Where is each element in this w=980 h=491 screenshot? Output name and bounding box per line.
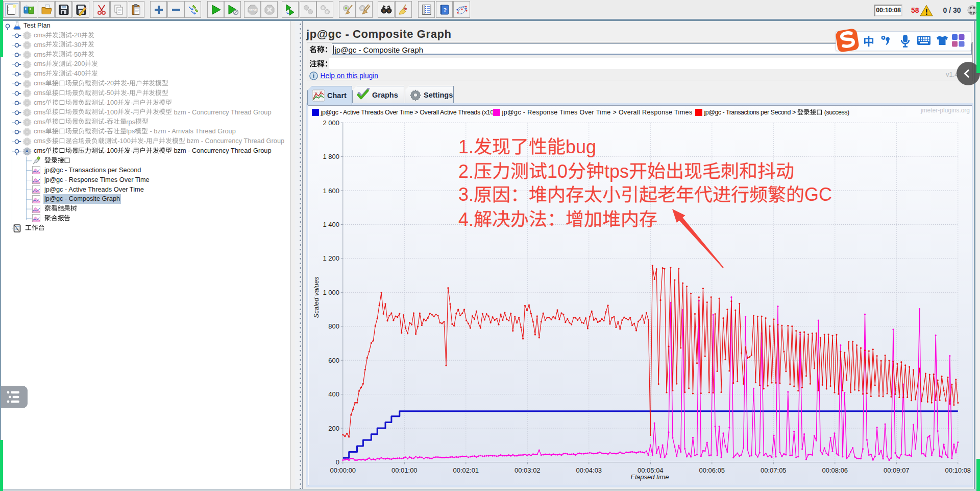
svg-text:1 800: 1 800 (323, 153, 339, 160)
svg-text:00:06:05: 00:06:05 (699, 466, 725, 474)
svg-text:0: 0 (336, 458, 339, 466)
svg-text:00:09:07: 00:09:07 (884, 466, 910, 474)
svg-text:1 000: 1 000 (323, 288, 339, 296)
svg-text:1 600: 1 600 (323, 186, 339, 194)
svg-text:00:04:03: 00:04:03 (576, 466, 602, 474)
svg-text:00:00:00: 00:00:00 (330, 466, 356, 474)
svg-text:00:08:06: 00:08:06 (822, 466, 848, 474)
svg-text:1 200: 1 200 (323, 254, 339, 262)
svg-text:00:07:05: 00:07:05 (761, 466, 787, 474)
svg-text:600: 600 (328, 356, 339, 364)
svg-text:00:03:02: 00:03:02 (514, 466, 541, 474)
svg-text:2 000: 2 000 (323, 119, 339, 126)
svg-text:00:10:08: 00:10:08 (945, 466, 971, 474)
svg-text:Elapsed time: Elapsed time (630, 473, 669, 481)
svg-text:00:02:01: 00:02:01 (453, 466, 479, 474)
svg-text:400: 400 (328, 390, 339, 398)
svg-text:Scaled values: Scaled values (312, 276, 320, 318)
svg-text:800: 800 (328, 322, 339, 330)
svg-text:1 400: 1 400 (323, 221, 339, 228)
svg-text:?: ? (443, 6, 447, 14)
svg-text:200: 200 (328, 424, 339, 432)
svg-text:00:01:00: 00:01:00 (391, 466, 418, 474)
svg-text:STOP: STOP (248, 8, 256, 11)
